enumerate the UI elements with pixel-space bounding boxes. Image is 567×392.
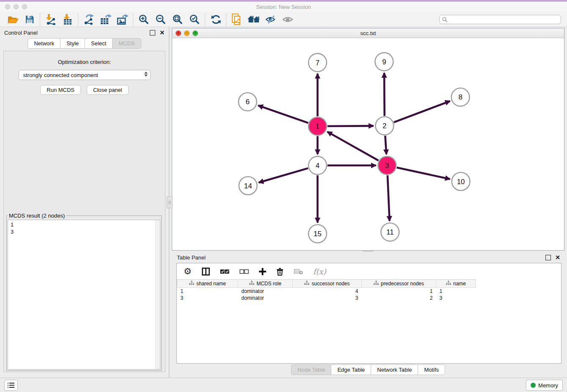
export-image-icon[interactable] [114,13,131,26]
mcds-result-values: 1 3 [8,220,160,236]
toolbar-separator [40,13,41,26]
tab-node-table[interactable]: Node Table [291,364,331,375]
search-input[interactable] [439,15,561,24]
mcds-result-textarea[interactable]: 1 3 [8,220,160,370]
export-table-icon[interactable] [97,13,114,26]
svg-text:10: 10 [457,178,465,186]
deselect-all-columns-icon[interactable] [239,269,249,274]
flat-hierarchy-icon [189,281,194,287]
show-columns-icon[interactable] [202,268,210,276]
save-session-icon[interactable] [21,13,38,26]
graph-node-8[interactable]: 8 [451,88,470,106]
main-titlebar: Session: New Session [0,2,567,12]
delete-column-icon[interactable] [276,268,284,276]
window-zoom-button[interactable] [22,4,27,9]
hide-graphics-eye-icon[interactable] [262,13,279,26]
graph-node-15[interactable]: 15 [308,225,327,243]
zoom-selected-icon[interactable] [186,13,203,26]
network-window-titlebar: × − + scc.txt [172,28,564,38]
column-header-MCDS-role[interactable]: MCDS role [238,280,293,288]
svg-text:15: 15 [314,230,322,238]
panel-splitter-handle[interactable] [167,196,173,208]
graph-edge-1-6[interactable] [258,105,308,123]
graph-node-2[interactable]: 2 [375,117,394,135]
flat-hierarchy-icon [304,281,309,287]
mcds-result-title: MCDS result (2 nodes) [8,213,66,219]
graph-edge-2-3[interactable] [385,136,386,155]
column-header-shared-name[interactable]: shared name [177,280,238,288]
graph-svg: 7968124314101511 [172,38,564,250]
tab-motifs[interactable]: Motifs [418,364,445,375]
graph-node-1[interactable]: 1 [308,117,327,135]
network-canvas[interactable]: 7968124314101511 [172,38,564,250]
table-panel-close-icon[interactable]: ✕ [555,255,560,260]
select-all-columns-icon[interactable] [220,269,229,274]
toolbar-separator [78,13,79,26]
tab-edge-table[interactable]: Edge Table [331,364,371,375]
window-minimize-button[interactable] [14,4,19,9]
table-panel-tabs: Node TableEdge TableNetwork TableMotifs [169,364,567,375]
column-header-name[interactable]: name [436,280,476,288]
graph-edge-2-8[interactable] [394,101,450,122]
zoom-out-icon[interactable] [152,13,169,26]
search-field[interactable] [439,15,561,24]
column-header-predecessor-nodes[interactable]: predecessor nodes [362,280,436,288]
column-header-successor-nodes[interactable]: successor nodes [293,280,362,288]
tab-style[interactable]: Style [60,38,85,49]
network-minimize-button[interactable]: − [184,30,190,36]
graph-node-10[interactable]: 10 [452,172,470,190]
graph-edge-3-1[interactable] [327,132,378,160]
graph-edge-4-14[interactable] [259,168,308,182]
graph-node-14[interactable]: 14 [239,177,257,195]
zoom-in-icon[interactable] [135,13,152,26]
table-panel-title: Table Panel [177,254,206,261]
window-title: Session: New Session [0,4,567,10]
control-panel-float-icon[interactable] [150,30,155,36]
task-history-button[interactable] [4,380,18,391]
import-network-icon[interactable] [42,13,59,26]
add-column-icon[interactable] [259,268,266,275]
table-panel: Table Panel ✕ ⚙ [169,252,567,378]
clone-network-icon[interactable] [228,13,245,26]
graph-edge-3-10[interactable] [397,168,450,179]
table-row[interactable]: 1dominator411 [177,288,476,295]
optimization-criterion-dropdown[interactable]: strongly connected component [19,70,151,80]
open-folder-icon[interactable] [4,13,21,26]
control-panel-tabs: NetworkStyleSelectMCDS [0,38,169,49]
table-row[interactable]: 3dominator323 [177,295,476,301]
list-icon [8,382,14,388]
memory-status-dot-icon [531,383,536,388]
status-bar: Memory [0,378,567,392]
graph-node-6[interactable]: 6 [239,93,257,111]
graph-node-3[interactable]: 3 [378,156,396,174]
tab-network-table[interactable]: Network Table [371,364,418,375]
flat-hierarchy-icon [249,281,254,287]
graph-edge-2-9[interactable] [384,73,385,116]
network-maximize-button[interactable]: + [193,30,198,36]
tab-select[interactable]: Select [85,38,112,49]
result-scrollbar[interactable] [155,220,160,369]
graph-node-11[interactable]: 11 [381,223,399,241]
import-table-icon[interactable] [59,13,76,26]
window-close-button[interactable] [5,4,10,9]
refresh-layout-icon[interactable] [207,13,224,26]
show-graphics-eye-icon[interactable] [279,13,296,26]
graph-edge-3-11[interactable] [388,175,390,221]
node-table: shared nameMCDS rolesuccessor nodesprede… [177,279,476,301]
graph-node-7[interactable]: 7 [308,53,327,72]
graph-node-4[interactable]: 4 [308,156,327,174]
memory-button[interactable]: Memory [526,380,563,391]
zoom-fit-icon[interactable] [169,13,186,26]
tab-network[interactable]: Network [28,38,60,49]
run-mcds-button[interactable]: Run MCDS [40,85,81,95]
graph-node-9[interactable]: 9 [375,52,393,71]
settings-gear-icon[interactable]: ⚙ [184,267,192,276]
tab-mcds[interactable]: MCDS [112,38,141,49]
control-panel-close-icon[interactable]: ✕ [160,30,165,35]
graph-edge-1-2[interactable] [328,126,374,126]
close-panel-button[interactable]: Close panel [87,85,129,95]
home-icon[interactable] [245,13,262,26]
table-panel-float-icon[interactable] [545,255,551,260]
network-close-button[interactable]: × [176,30,181,36]
export-network-icon[interactable] [80,13,97,26]
